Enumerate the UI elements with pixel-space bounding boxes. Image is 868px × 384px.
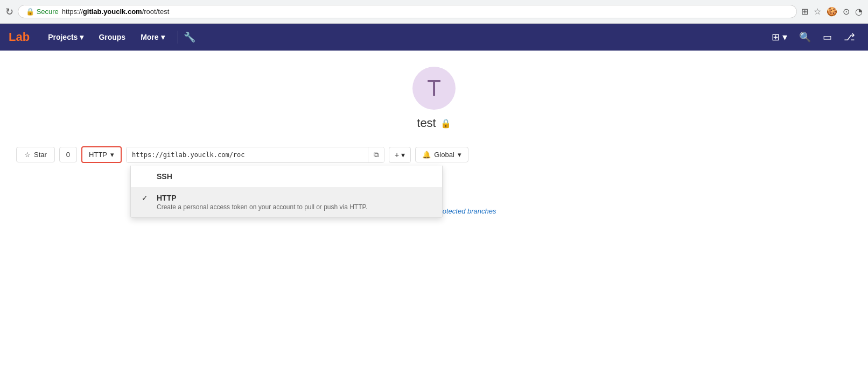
clone-url-input[interactable] xyxy=(127,147,368,162)
gitlab-logo[interactable]: Lab xyxy=(9,30,30,44)
bookmark-icon[interactable]: ☆ xyxy=(814,6,821,17)
account-icon[interactable]: ◔ xyxy=(855,6,863,17)
search-button[interactable]: 🔍 xyxy=(795,28,815,46)
check-icon xyxy=(142,172,150,181)
dropdown-item-http[interactable]: ✓ HTTP Create a personal access token on… xyxy=(131,187,442,217)
avatar: T xyxy=(412,67,456,110)
nav-groups[interactable]: Groups xyxy=(91,24,133,51)
browser-chrome: ↻ 🔒 Secure https://gitlab.youclk.com/roo… xyxy=(0,0,868,24)
lock-icon: 🔒 xyxy=(440,118,451,129)
main-content: T test 🔒 ☆ Star 0 HTTP ▾ ⧉ + ▾ 🔔 xyxy=(0,51,868,362)
browser-back-button[interactable]: ↻ xyxy=(5,6,13,18)
translate-icon[interactable]: ⊞ xyxy=(801,6,808,17)
nav-more[interactable]: More ▾ xyxy=(133,24,172,51)
cookie-icon[interactable]: 🍪 xyxy=(827,6,837,17)
nav-projects[interactable]: Projects ▾ xyxy=(40,24,91,51)
star-count[interactable]: 0 xyxy=(59,147,77,162)
chevron-down-icon: ▾ xyxy=(80,33,83,41)
address-bar: 🔒 Secure https://gitlab.youclk.com/root/… xyxy=(18,5,797,18)
copy-icon: ⧉ xyxy=(374,151,379,159)
plus-icon: + xyxy=(395,151,399,159)
nav-divider xyxy=(178,31,178,44)
notifications-button[interactable]: 🔔 Global ▾ xyxy=(415,147,468,162)
star-icon: ☆ xyxy=(24,151,31,159)
chevron-down-icon: ▾ xyxy=(110,151,114,159)
nav-right-actions: ⊞ ▾ 🔍 ▭ ⎇ xyxy=(767,28,859,46)
wrench-icon[interactable]: 🔧 xyxy=(184,31,195,43)
avatar-section: T test 🔒 xyxy=(412,51,456,139)
url-display: https://gitlab.youclk.com/root/test xyxy=(62,8,169,16)
chevron-down-icon: ▾ xyxy=(161,33,165,41)
protocol-dropdown-button[interactable]: HTTP ▾ xyxy=(81,146,122,163)
browser-icons: ⊞ ☆ 🍪 ⊙ ◔ xyxy=(801,6,863,17)
add-button[interactable]: + ▾ xyxy=(389,147,411,163)
secure-indicator: 🔒 Secure xyxy=(26,8,59,16)
panel-button[interactable]: ▭ xyxy=(818,28,836,46)
merge-request-button[interactable]: ⎇ xyxy=(839,28,859,46)
copy-url-button[interactable]: ⧉ xyxy=(368,147,384,162)
protocol-dropdown-menu: SSH ✓ HTTP Create a personal access toke… xyxy=(130,166,443,218)
toolbar: ☆ Star 0 HTTP ▾ ⧉ + ▾ 🔔 Global ▾ xyxy=(0,139,868,170)
shield-icon[interactable]: ⊙ xyxy=(843,6,850,17)
repo-title: test 🔒 xyxy=(417,116,451,130)
dropdown-list: SSH ✓ HTTP Create a personal access toke… xyxy=(130,166,443,218)
bell-icon: 🔔 xyxy=(422,151,431,159)
check-icon: ✓ xyxy=(142,194,150,202)
chevron-down-icon: ▾ xyxy=(401,151,405,159)
gitlab-navbar: Lab Projects ▾ Groups More ▾ 🔧 ⊞ ▾ 🔍 ▭ ⎇ xyxy=(0,24,868,51)
dropdown-item-ssh[interactable]: SSH xyxy=(131,166,442,187)
chevron-down-icon: ▾ xyxy=(458,151,461,159)
new-button[interactable]: ⊞ ▾ xyxy=(767,28,792,46)
star-button[interactable]: ☆ Star xyxy=(16,147,55,162)
clone-url-container: ⧉ xyxy=(126,147,384,163)
